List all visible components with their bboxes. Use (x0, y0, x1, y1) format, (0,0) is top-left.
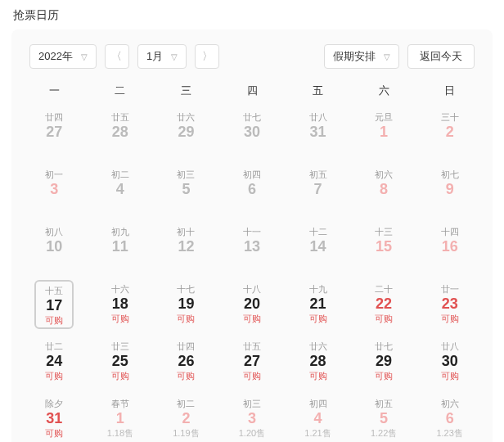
calendar-cell-inner: 十二14 (299, 223, 338, 268)
day-number: 9 (435, 180, 465, 198)
day-number: 24 (39, 352, 69, 370)
day-number: 28 (304, 352, 333, 370)
calendar-cell[interactable]: 廿四27 (21, 101, 88, 159)
day-status: 可购 (369, 370, 398, 381)
calendar-cell-inner: 廿六29 (166, 108, 205, 154)
day-number: 11 (106, 237, 135, 255)
back-to-today-button[interactable]: 返回今天 (407, 44, 475, 69)
lunar-label: 初六 (369, 169, 398, 180)
day-number: 7 (304, 180, 333, 198)
calendar-cell-inner: 廿八30可购 (430, 337, 470, 383)
holiday-select[interactable]: 假期安排 ▽ (324, 44, 399, 69)
day-status (369, 141, 398, 152)
calendar-cell[interactable]: 初八10 (21, 216, 88, 273)
calendar-cell[interactable]: 初五51.22售 (351, 388, 417, 442)
calendar-cell[interactable]: 初六8 (351, 159, 417, 216)
calendar-cell-inner: 廿四26可购 (166, 337, 205, 383)
calendar-cell[interactable]: 初四6 (219, 159, 286, 216)
day-status: 可购 (39, 427, 69, 439)
calendar-cell[interactable]: 初四41.21售 (285, 388, 351, 442)
day-status: 可购 (39, 370, 69, 381)
lunar-label: 十五 (41, 285, 67, 296)
calendar-cell-inner: 三十2 (430, 108, 470, 154)
lunar-label: 廿一 (435, 283, 465, 295)
day-number: 6 (435, 409, 465, 427)
day-number: 30 (435, 352, 465, 370)
calendar-cell[interactable]: 春节11.18售 (88, 388, 154, 442)
calendar-cell-inner: 初五51.22售 (364, 395, 403, 440)
calendar-cell-inner: 初九11 (101, 223, 140, 268)
back-to-today-label: 返回今天 (420, 49, 462, 64)
calendar-cell[interactable]: 廿八31 (285, 101, 351, 159)
chevron-down-icon: ▽ (171, 52, 178, 61)
calendar-cell[interactable]: 三十2 (416, 101, 483, 159)
next-month-button[interactable]: 〉 (195, 44, 219, 69)
calendar-cell-inner: 廿二24可购 (34, 337, 74, 383)
calendar-cell[interactable]: 初三5 (153, 159, 219, 216)
calendar-toolbar: 2022年 ▽ 〈 1月 ▽ 〉 假期安排 ▽ 返回今天 (21, 44, 483, 77)
calendar-cell[interactable]: 廿六28可购 (285, 331, 351, 388)
calendar-cell[interactable]: 十五17可购 (21, 273, 88, 331)
lunar-label: 廿五 (106, 111, 135, 123)
calendar-cell[interactable]: 廿二24可购 (21, 331, 88, 388)
calendar-cell[interactable]: 十一13 (219, 216, 286, 273)
calendar-cell[interactable]: 初九11 (88, 216, 154, 273)
day-number: 26 (171, 352, 200, 370)
day-number: 21 (304, 295, 333, 313)
calendar-cell[interactable]: 元旦1 (351, 101, 417, 159)
prev-month-button[interactable]: 〈 (105, 44, 129, 69)
calendar-cell[interactable]: 廿三25可购 (88, 331, 154, 388)
calendar-cell[interactable]: 初六61.23售 (416, 388, 483, 442)
calendar-cell[interactable]: 廿五28 (88, 101, 154, 159)
calendar-cell[interactable]: 除夕31可购 (21, 388, 88, 442)
calendar-cell[interactable]: 十九21可购 (285, 273, 351, 331)
calendar-cell-inner: 廿八31 (299, 108, 338, 154)
lunar-label: 元旦 (369, 111, 398, 123)
lunar-label: 初二 (171, 398, 200, 409)
day-status (304, 198, 333, 210)
calendar-cell-inner: 廿五27可购 (232, 337, 272, 383)
calendar-cell[interactable]: 十七19可购 (153, 273, 219, 331)
day-status (171, 255, 200, 267)
calendar-cell[interactable]: 廿六29 (153, 101, 219, 159)
calendar-cell[interactable]: 初五7 (285, 159, 351, 216)
lunar-label: 廿八 (304, 111, 333, 123)
weekday-cell: 二 (88, 83, 154, 98)
calendar-cell[interactable]: 初十12 (153, 216, 219, 273)
calendar-cell[interactable]: 初三31.20售 (219, 388, 286, 442)
weekday-cell: 三 (153, 83, 219, 98)
calendar-cell[interactable]: 廿一23可购 (416, 273, 483, 331)
day-status (106, 255, 135, 267)
calendar-cell[interactable]: 十八20可购 (219, 273, 286, 331)
calendar-cell[interactable]: 廿八30可购 (416, 331, 483, 388)
calendar-cell[interactable]: 廿五27可购 (219, 331, 286, 388)
day-status (435, 255, 465, 267)
calendar-cell-inner: 廿一23可购 (430, 280, 470, 326)
calendar-cell[interactable]: 十六18可购 (88, 273, 154, 331)
calendar-cell-inner: 初四41.21售 (299, 395, 338, 440)
day-number: 1 (369, 123, 398, 141)
calendar-cell[interactable]: 十三15 (351, 216, 417, 273)
lunar-label: 二十 (369, 283, 398, 295)
day-status: 可购 (106, 313, 135, 324)
day-number: 5 (369, 409, 398, 427)
calendar-cell[interactable]: 初一3 (21, 159, 88, 216)
month-select[interactable]: 1月 ▽ (137, 44, 187, 69)
calendar-cell[interactable]: 廿四26可购 (153, 331, 219, 388)
calendar-cell[interactable]: 廿七29可购 (351, 331, 417, 388)
calendar-cell[interactable]: 初二4 (88, 159, 154, 216)
day-number: 1 (106, 409, 135, 427)
weekday-header: 一二三四五六日 (21, 77, 483, 101)
calendar-cell[interactable]: 二十22可购 (351, 273, 417, 331)
year-select[interactable]: 2022年 ▽ (29, 44, 97, 69)
calendar-cell[interactable]: 初二21.19售 (153, 388, 219, 442)
calendar-cell[interactable]: 十四16 (416, 216, 483, 273)
calendar-cell[interactable]: 廿七30 (219, 101, 286, 159)
lunar-label: 廿四 (39, 111, 69, 123)
calendar-cell[interactable]: 初七9 (416, 159, 483, 216)
calendar-cell-inner: 初三5 (166, 165, 205, 211)
day-status (237, 141, 267, 152)
calendar-cell-inner: 初一3 (34, 165, 74, 211)
calendar-cell-inner: 初八10 (34, 223, 74, 268)
calendar-cell[interactable]: 十二14 (285, 216, 351, 273)
